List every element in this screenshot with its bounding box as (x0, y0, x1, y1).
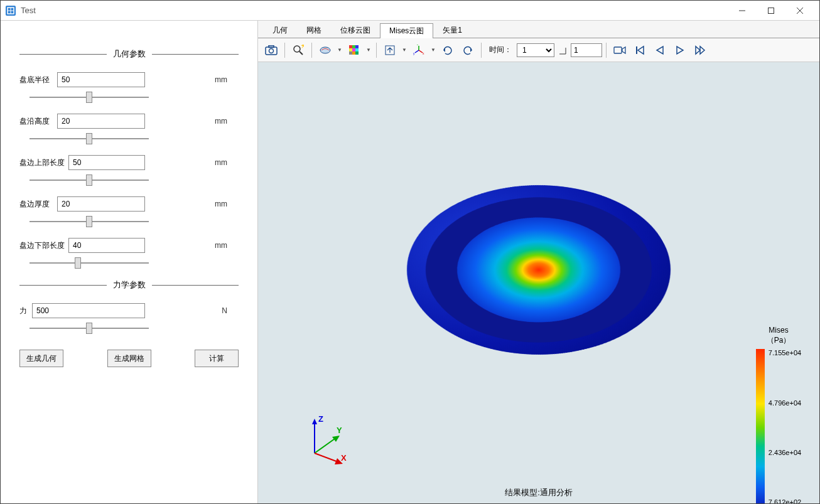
svg-marker-45 (332, 436, 340, 442)
param-unit: mm (215, 241, 239, 250)
window-controls (728, 1, 814, 20)
legend-ticks: 7.155e+04 4.796e+04 2.436e+04 7.612e+02 (769, 349, 801, 503)
edge-lower-length-slider[interactable] (30, 262, 149, 264)
time-select[interactable]: 1 (517, 43, 554, 57)
svg-rect-9 (269, 45, 274, 47)
tab-mises[interactable]: Mises云图 (380, 23, 433, 38)
minimize-button[interactable] (728, 1, 757, 20)
sidebar: 几何参数 盘底半径 mm 盘沿高度 mm 盘边上部长度 mm 盘边厚度 (1, 21, 258, 503)
legend-color-bar (756, 349, 765, 503)
svg-marker-35 (622, 47, 625, 53)
body: 几何参数 盘底半径 mm 盘沿高度 mm 盘边上部长度 mm 盘边厚度 (1, 21, 819, 503)
svg-rect-34 (614, 47, 622, 53)
rim-height-slider[interactable] (30, 138, 149, 139)
svg-rect-16 (355, 45, 359, 48)
param-unit: mm (215, 117, 239, 126)
maximize-button[interactable] (757, 1, 785, 20)
fit-view-dropdown[interactable]: ▼ (401, 47, 408, 53)
force-input[interactable] (32, 303, 145, 318)
svg-rect-18 (352, 48, 355, 51)
edge-thickness-slider[interactable] (30, 221, 149, 222)
tab-mesh[interactable]: 网格 (297, 23, 331, 38)
rotate-ccw-icon[interactable] (458, 41, 477, 60)
svg-rect-21 (352, 51, 355, 55)
svg-rect-19 (355, 48, 359, 51)
compute-button[interactable]: 计算 (195, 350, 239, 367)
axes-orientation-dropdown[interactable]: ▼ (429, 47, 437, 53)
edge-lower-length-input[interactable] (68, 238, 145, 253)
tab-geometry[interactable]: 几何 (263, 23, 297, 38)
snapshot-icon[interactable] (262, 41, 281, 60)
status-text: 结果模型:通用分析 (505, 487, 573, 498)
param-unit: mm (215, 200, 239, 208)
axes-orientation-icon[interactable]: zxy (409, 41, 428, 60)
param-disc-bottom-radius: 盘底半径 mm (19, 72, 239, 87)
svg-rect-14 (349, 45, 352, 48)
disc-bottom-radius-input[interactable] (57, 72, 145, 87)
app-icon (6, 6, 16, 16)
close-button[interactable] (785, 1, 814, 20)
force-slider[interactable] (30, 328, 149, 329)
edge-thickness-input[interactable] (57, 196, 145, 212)
svg-rect-4 (769, 8, 774, 13)
svg-rect-20 (349, 51, 352, 55)
window-title: Test (21, 6, 728, 15)
svg-rect-22 (355, 51, 359, 55)
param-force: 力 N (19, 303, 239, 318)
colormap-dropdown[interactable]: ▼ (365, 47, 372, 53)
first-frame-icon[interactable] (630, 41, 649, 60)
svg-line-44 (315, 437, 337, 453)
legend-title: Mises（Pa） (767, 326, 791, 345)
svg-line-26 (415, 50, 419, 53)
edge-upper-length-slider[interactable] (30, 180, 149, 181)
zoom-icon[interactable]: ⚡ (289, 41, 308, 60)
prev-frame-icon[interactable] (650, 41, 669, 60)
svg-text:Y: Y (337, 426, 342, 435)
param-edge-lower-length: 盘边下部长度 mm (19, 238, 239, 253)
svg-line-11 (299, 51, 303, 55)
svg-text:x: x (423, 51, 424, 55)
generate-mesh-button[interactable]: 生成网格 (107, 350, 151, 367)
app-window: Test 几何参数 盘底半径 mm 盘沿高度 mm (0, 0, 820, 504)
svg-point-8 (269, 48, 274, 53)
expand-right-icon[interactable] (556, 41, 569, 60)
param-unit: N (222, 306, 239, 315)
rim-height-input[interactable] (57, 114, 145, 129)
colormap-icon[interactable] (345, 41, 364, 60)
param-unit: mm (215, 75, 239, 84)
geometry-section-title: 几何参数 (19, 48, 239, 60)
svg-text:z: z (417, 45, 419, 46)
color-legend: Mises（Pa） 7.155e+04 4.796e+04 2.436e+04 … (750, 326, 807, 503)
tab-vector1[interactable]: 矢量1 (433, 23, 472, 38)
disc-bottom-radius-slider[interactable] (30, 97, 149, 98)
param-unit: mm (215, 158, 239, 167)
toolbar: ⚡ ▼ ▼ ▼ zxy ▼ 时间： 1 (258, 38, 819, 62)
record-icon[interactable] (610, 41, 629, 60)
svg-text:⚡: ⚡ (300, 45, 304, 48)
param-edge-thickness: 盘边厚度 mm (19, 196, 239, 212)
action-buttons: 生成几何 生成网格 计算 (19, 350, 239, 367)
param-label: 盘边厚度 (19, 199, 57, 210)
frame-input[interactable] (571, 43, 602, 57)
fit-view-icon[interactable] (380, 41, 399, 60)
svg-marker-43 (312, 419, 317, 424)
surface-style-icon[interactable] (316, 41, 335, 60)
svg-rect-15 (352, 45, 355, 48)
surface-style-dropdown[interactable]: ▼ (336, 47, 343, 53)
play-icon[interactable] (671, 41, 689, 60)
viewport-3d[interactable]: Z Y X Mises（Pa） 7.155e+04 4.796e+04 (258, 62, 819, 503)
svg-text:Z: Z (318, 414, 323, 424)
rotate-cw-icon[interactable] (438, 41, 457, 60)
svg-marker-40 (696, 46, 700, 54)
tabs-bar: 几何 网格 位移云图 Mises云图 矢量1 (258, 21, 819, 38)
param-edge-upper-length: 盘边上部长度 mm (19, 155, 239, 170)
svg-marker-37 (638, 46, 644, 54)
axes-triad: Z Y X (302, 416, 352, 466)
next-frame-icon[interactable] (691, 41, 709, 60)
svg-marker-39 (677, 46, 683, 54)
param-rim-height: 盘沿高度 mm (19, 114, 239, 129)
generate-geometry-button[interactable]: 生成几何 (19, 350, 63, 367)
tab-displacement[interactable]: 位移云图 (331, 23, 380, 38)
edge-upper-length-input[interactable] (68, 155, 145, 170)
svg-rect-17 (349, 48, 352, 51)
